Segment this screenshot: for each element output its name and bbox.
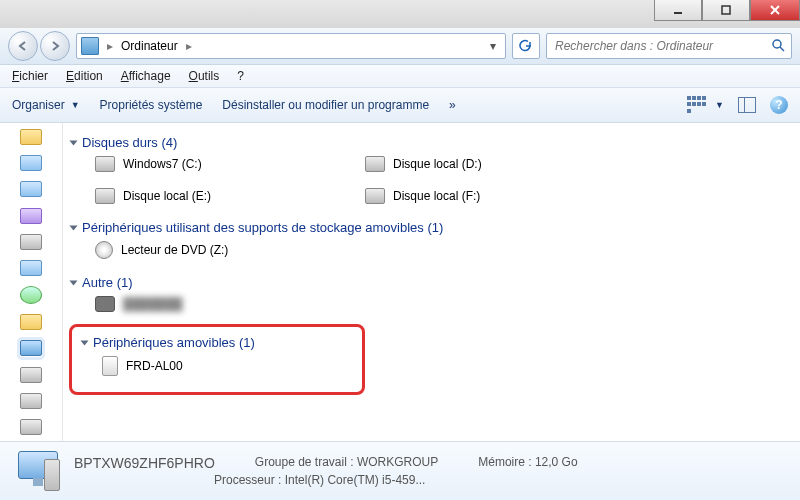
drive-icon [20, 419, 42, 435]
svg-point-4 [773, 40, 781, 48]
dvd-drive-item[interactable]: Lecteur de DVD (Z:) [95, 239, 265, 261]
menu-bar: FFichierichier EditionEdition AffichageA… [0, 65, 800, 88]
processor-field: Processeur : Intel(R) Core(TM) i5-459... [214, 473, 425, 487]
group-hard-drives: Disques durs (4) Windows7 (C:) Disque lo… [69, 131, 788, 212]
menu-view[interactable]: AffichageAffichage [121, 69, 171, 83]
uninstall-program-button[interactable]: Désinstaller ou modifier un programme [222, 98, 429, 112]
item-label: ███████ [123, 297, 183, 311]
menu-edit[interactable]: EditionEdition [66, 69, 103, 83]
sidebar-item[interactable] [20, 155, 42, 171]
toolbar-overflow-button[interactable]: » [449, 98, 456, 112]
hard-drive-icon [365, 188, 385, 204]
breadcrumb-root[interactable]: Ordinateur [121, 39, 178, 53]
preview-pane-button[interactable] [738, 97, 756, 113]
item-label: Windows7 (C:) [123, 157, 202, 171]
drive-item[interactable]: Disque local (D:) [365, 154, 535, 174]
sidebar-item[interactable] [20, 260, 42, 276]
group-removable-storage: Périphériques utilisant des supports de … [69, 216, 788, 267]
menu-help[interactable]: ? [237, 69, 244, 83]
svg-line-5 [780, 47, 784, 51]
forward-button[interactable] [40, 31, 70, 61]
memory-field: Mémoire : 12,0 Go [478, 455, 577, 471]
menu-tools[interactable]: OutilsOutils [189, 69, 220, 83]
group-title: Périphériques utilisant des supports de … [82, 220, 443, 235]
organize-button[interactable]: Organiser▼ [12, 98, 80, 112]
group-title: Disques durs (4) [82, 135, 177, 150]
sidebar-item-computer[interactable] [20, 340, 42, 356]
drive-item[interactable]: Disque local (F:) [365, 186, 535, 206]
breadcrumb-separator-icon: ▸ [105, 39, 115, 53]
collapse-icon [70, 225, 78, 230]
computer-name: BPTXW69ZHF6PHRO [74, 455, 215, 471]
group-removable-devices-highlight: Périphériques amovibles (1) FRD-AL00 [69, 324, 365, 395]
collapse-icon [81, 340, 89, 345]
drive-icon [20, 234, 42, 250]
search-box[interactable] [546, 33, 792, 59]
breadcrumb-separator-icon: ▸ [184, 39, 194, 53]
workgroup-field: Groupe de travail : WORKGROUP [255, 455, 438, 471]
group-header[interactable]: Autre (1) [69, 271, 788, 294]
sidebar-item[interactable] [20, 208, 42, 224]
sidebar-item[interactable] [20, 367, 42, 383]
music-icon [20, 208, 42, 224]
menu-file[interactable]: FFichierichier [12, 69, 48, 83]
other-device-item[interactable]: ███████ [95, 294, 265, 314]
help-button[interactable]: ? [770, 96, 788, 114]
drive-item[interactable]: Windows7 (C:) [95, 154, 265, 174]
computer-icon [20, 340, 42, 356]
arrow-right-icon [49, 40, 61, 52]
chevron-down-icon: ▼ [71, 100, 80, 110]
body: Disques durs (4) Windows7 (C:) Disque lo… [0, 123, 800, 441]
refresh-button[interactable] [512, 33, 540, 59]
hard-drive-icon [95, 156, 115, 172]
removable-device-item[interactable]: FRD-AL00 [102, 354, 272, 378]
svg-rect-1 [722, 6, 730, 14]
collapse-icon [70, 140, 78, 145]
search-input[interactable] [553, 38, 771, 54]
close-button[interactable] [750, 0, 800, 21]
drive-icon [20, 393, 42, 409]
arrow-left-icon [17, 40, 29, 52]
group-header[interactable]: Périphériques amovibles (1) [82, 331, 352, 354]
content-area: Disques durs (4) Windows7 (C:) Disque lo… [63, 123, 800, 441]
view-options-button[interactable]: ▼ [687, 96, 724, 114]
search-icon[interactable] [771, 38, 785, 55]
view-grid-icon [687, 96, 709, 114]
maximize-button[interactable] [702, 0, 750, 21]
group-header[interactable]: Disques durs (4) [69, 131, 788, 154]
sidebar-item[interactable] [20, 393, 42, 409]
sidebar-item[interactable] [20, 234, 42, 250]
address-dropdown-icon[interactable]: ▾ [485, 39, 501, 53]
pictures-icon [20, 155, 42, 171]
network-icon [20, 286, 42, 304]
item-label: Disque local (D:) [393, 157, 482, 171]
drive-item[interactable]: Disque local (E:) [95, 186, 265, 206]
details-pane: BPTXW69ZHF6PHRO Groupe de travail : WORK… [0, 441, 800, 500]
group-header[interactable]: Périphériques utilisant des supports de … [69, 216, 788, 239]
pictures-icon [20, 181, 42, 197]
command-bar: Organiser▼ Propriétés système Désinstall… [0, 88, 800, 123]
group-title: Périphériques amovibles (1) [93, 335, 255, 350]
webcam-icon [95, 296, 115, 312]
item-label: Disque local (E:) [123, 189, 211, 203]
nav-tree[interactable] [0, 123, 63, 441]
sidebar-item[interactable] [20, 286, 42, 304]
item-label: FRD-AL00 [126, 359, 183, 373]
drive-icon [20, 367, 42, 383]
sidebar-item[interactable] [20, 314, 42, 330]
minimize-button[interactable] [654, 0, 702, 21]
dvd-icon [95, 241, 113, 259]
system-properties-button[interactable]: Propriétés système [100, 98, 203, 112]
group-title: Autre (1) [82, 275, 133, 290]
address-bar[interactable]: ▸ Ordinateur ▸ ▾ [76, 33, 506, 59]
refresh-icon [519, 39, 533, 53]
group-other: Autre (1) ███████ [69, 271, 788, 320]
hard-drive-icon [95, 188, 115, 204]
back-button[interactable] [8, 31, 38, 61]
sidebar-item[interactable] [20, 181, 42, 197]
pictures-icon [20, 260, 42, 276]
computer-icon [81, 37, 99, 55]
folder-icon [20, 129, 42, 145]
sidebar-item[interactable] [20, 419, 42, 435]
sidebar-item-favorites[interactable] [20, 129, 42, 145]
